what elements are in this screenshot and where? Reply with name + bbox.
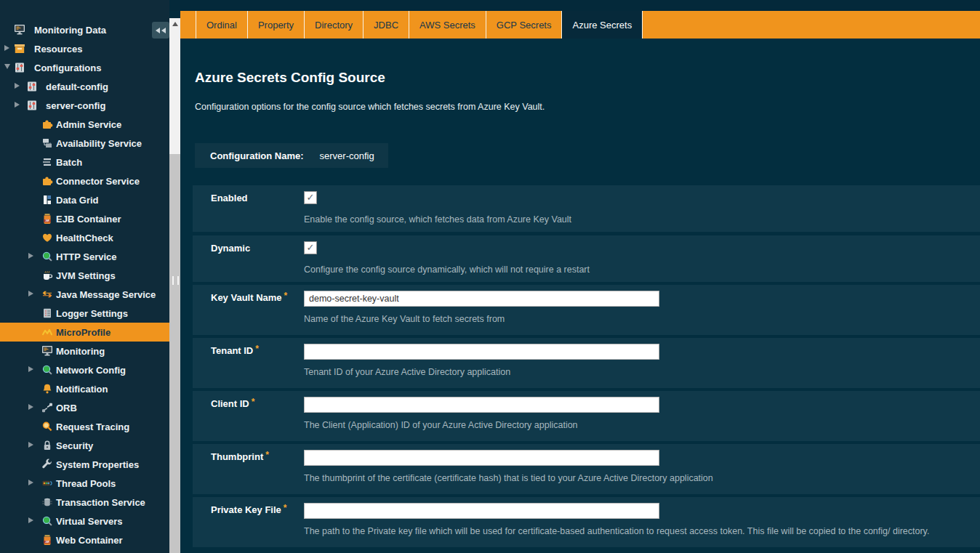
field-label: Thumbprint* [211, 451, 269, 462]
sidebar-item-java-message-service[interactable]: Java Message Service [0, 285, 169, 304]
field-hint: Name of the Azure Key Vault to fetch sec… [304, 314, 505, 324]
sidebar-item-label: Transaction Service [56, 497, 145, 508]
tenant-id-input[interactable] [304, 344, 659, 360]
sidebar-item-data-grid[interactable]: Data Grid [0, 190, 169, 209]
sidebar-item-label: Notification [56, 384, 108, 395]
sidebar-item-admin-service[interactable]: Admin Service [0, 115, 169, 134]
scrollbar-up-button[interactable] [169, 18, 180, 29]
form-row-key-vault-name: Key Vault Name*Name of the Azure Key Vau… [193, 285, 980, 335]
expand-arrow-icon[interactable] [28, 366, 33, 372]
field-label: Client ID* [211, 398, 254, 409]
sidebar-item-configurations[interactable]: Configurations [0, 58, 169, 77]
expand-arrow-icon[interactable] [15, 102, 20, 108]
expand-arrow-icon[interactable] [28, 253, 33, 259]
sidebar-item-default-config[interactable]: default-config [0, 77, 169, 96]
sidebar-item-healthcheck[interactable]: HealthCheck [0, 228, 169, 247]
required-star: * [252, 397, 255, 407]
tab-gcp-secrets[interactable]: GCP Secrets [486, 11, 562, 39]
sidebar-item-label: ORB [56, 403, 77, 413]
sidebar-item-resources[interactable]: Resources [0, 39, 169, 58]
svg-text:JAR: JAR [45, 541, 50, 544]
tab-azure-secrets[interactable]: Azure Secrets [561, 11, 643, 39]
expand-arrow-icon[interactable] [4, 45, 9, 51]
sidebar-item-virtual-servers[interactable]: Virtual Servers [0, 512, 169, 530]
sidebar-item-request-tracing[interactable]: Request Tracing [0, 417, 169, 436]
coffee-icon [41, 270, 53, 281]
microprofile-icon [41, 326, 53, 338]
sidebar-collapse-button[interactable] [152, 22, 169, 39]
dynamic-checkbox[interactable]: ✓ [304, 241, 317, 254]
sidebar-item-label: HealthCheck [56, 233, 113, 243]
sidebar-item-monitoring[interactable]: Monitoring [0, 342, 169, 360]
required-star: * [284, 503, 287, 513]
field-hint: Configure the config source dynamically,… [304, 265, 590, 275]
sidebar-item-label: Connector Service [56, 176, 140, 187]
arrow-up-icon [172, 22, 178, 26]
private-key-file-input[interactable] [304, 503, 659, 519]
page-title: Azure Secrets Config Source [195, 70, 385, 86]
sidebar-item-http-service[interactable]: HTTP Service [0, 247, 169, 266]
sidebar-item-ejb-container[interactable]: JAREJB Container [0, 209, 169, 228]
sidebar-item-logger-settings[interactable]: Logger Settings [0, 304, 169, 323]
sidebar-item-label: MicroProfile [56, 327, 111, 338]
client-id-input[interactable] [304, 397, 659, 413]
sidebar-item-orb[interactable]: ORB [0, 398, 169, 417]
sidebar-item-availability-service[interactable]: Availability Service [0, 134, 169, 153]
sidebar-item-jvm-settings[interactable]: JVM Settings [0, 266, 169, 285]
sidebar-item-batch[interactable]: Batch [0, 153, 169, 171]
sidebar-item-label: Thread Pools [56, 478, 116, 489]
lock-icon [41, 440, 53, 451]
sidebar-item-server-config[interactable]: server-config [0, 96, 169, 115]
batch-icon [41, 156, 53, 168]
expand-arrow-icon[interactable] [28, 291, 33, 296]
servers-icon [41, 137, 53, 149]
sidebar-item-network-config[interactable]: Network Config [0, 360, 169, 379]
form-row-enabled: Enabled✓Enable the config source, which … [193, 185, 980, 232]
field-hint: The path to the Private key file which w… [304, 526, 929, 536]
globe-icon [41, 515, 53, 527]
sidebar-item-thread-pools[interactable]: Thread Pools [0, 474, 169, 493]
tab-directory[interactable]: Directory [304, 11, 363, 39]
sidebar-item-label: Virtual Servers [56, 516, 123, 527]
sidebar-item-label: Network Config [56, 365, 126, 376]
key-vault-name-input[interactable] [304, 291, 659, 307]
sidebar-item-label: Batch [56, 157, 82, 168]
sidebar-item-label: Data Grid [56, 195, 99, 206]
magnifier-icon [41, 421, 53, 432]
sidebar-item-system-properties[interactable]: System Properties [0, 455, 169, 474]
sidebar-item-connector-service[interactable]: Connector Service [0, 171, 169, 190]
expand-arrow-icon[interactable] [28, 442, 33, 448]
scrollbar-thumb[interactable] [169, 154, 180, 553]
sidebar-item-web-container[interactable]: JARWeb Container [0, 530, 169, 549]
field-hint: Tenant ID of your Azure Active Directory… [304, 367, 510, 377]
sidebar-item-transaction-service[interactable]: Transaction Service [0, 493, 169, 512]
sidebar-item-microprofile[interactable]: MicroProfile [0, 323, 169, 342]
sidebar-item-label: Java Message Service [56, 289, 156, 300]
expand-arrow-icon[interactable] [28, 517, 33, 523]
sidebar-item-label: System Properties [56, 459, 139, 470]
sidebar-item-label: Monitoring [56, 346, 105, 357]
expand-arrow-icon[interactable] [28, 480, 33, 485]
sidebar-item-monitoring-data[interactable]: Monitoring Data [0, 20, 169, 39]
configuration-name-value: server-config [320, 150, 374, 161]
transaction-icon [41, 496, 53, 508]
form-row-dynamic: Dynamic✓Configure the config source dyna… [193, 235, 980, 282]
required-star: * [255, 344, 259, 354]
form-row-private-key-file: Private Key File*The path to the Private… [193, 497, 980, 547]
thumbprint-input[interactable] [304, 450, 659, 466]
field-hint: The thumbprint of the certificate (certi… [304, 473, 713, 483]
tab-property[interactable]: Property [247, 11, 304, 39]
expand-arrow-icon[interactable] [15, 83, 20, 89]
expand-arrow-icon[interactable] [28, 404, 33, 410]
field-label: Key Vault Name* [211, 292, 287, 303]
sidebar-scrollbar[interactable] [169, 18, 180, 553]
sidebar-item-notification[interactable]: Notification [0, 379, 169, 398]
tab-jdbc[interactable]: JDBC [363, 11, 409, 39]
collapse-arrow-icon[interactable] [4, 64, 10, 69]
sliders-icon [26, 100, 38, 111]
puzzle-icon [41, 118, 53, 130]
enabled-checkbox[interactable]: ✓ [304, 191, 317, 204]
tab-ordinal[interactable]: Ordinal [196, 11, 247, 39]
tab-aws-secrets[interactable]: AWS Secrets [409, 11, 486, 39]
sidebar-item-security[interactable]: Security [0, 436, 169, 455]
